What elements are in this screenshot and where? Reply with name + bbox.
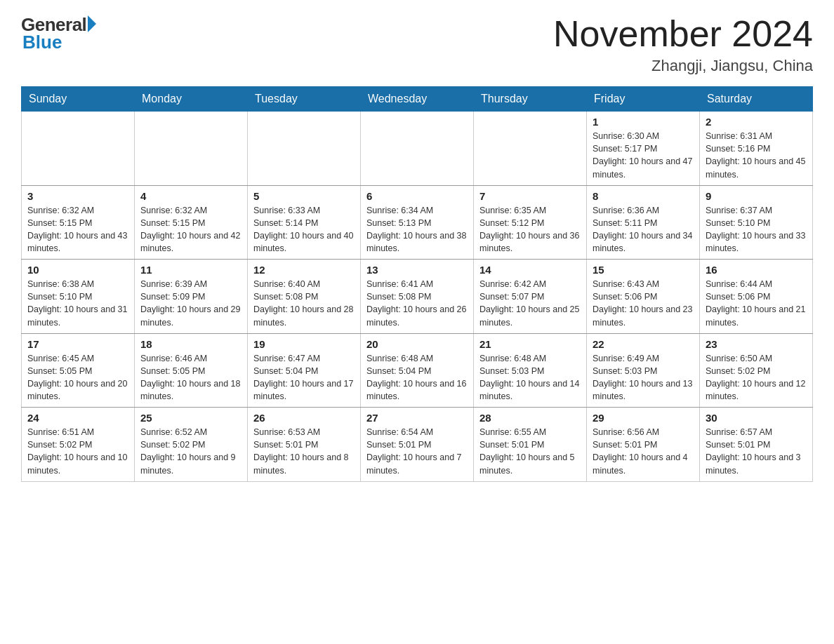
weekday-header-thursday: Thursday: [474, 87, 587, 112]
day-info: Sunrise: 6:40 AM Sunset: 5:08 PM Dayligh…: [253, 278, 355, 329]
weekday-header-row: SundayMondayTuesdayWednesdayThursdayFrid…: [22, 87, 813, 112]
calendar-cell: 3Sunrise: 6:32 AM Sunset: 5:15 PM Daylig…: [22, 185, 135, 260]
calendar-cell: 30Sunrise: 6:57 AM Sunset: 5:01 PM Dayli…: [700, 408, 813, 482]
day-number: 14: [479, 264, 581, 276]
weekday-header-sunday: Sunday: [22, 87, 135, 112]
calendar-cell: 28Sunrise: 6:55 AM Sunset: 5:01 PM Dayli…: [474, 408, 587, 482]
day-info: Sunrise: 6:54 AM Sunset: 5:01 PM Dayligh…: [366, 426, 468, 477]
calendar-cell: [22, 112, 135, 186]
title-area: November 2024 Zhangji, Jiangsu, China: [553, 14, 813, 75]
calendar-cell: 19Sunrise: 6:47 AM Sunset: 5:04 PM Dayli…: [248, 333, 361, 408]
day-number: 15: [593, 264, 694, 276]
calendar-cell: 18Sunrise: 6:46 AM Sunset: 5:05 PM Dayli…: [135, 333, 248, 408]
day-number: 10: [27, 264, 128, 276]
day-number: 11: [140, 264, 241, 276]
day-number: 21: [479, 338, 581, 350]
calendar-cell: 13Sunrise: 6:41 AM Sunset: 5:08 PM Dayli…: [361, 260, 474, 334]
calendar-cell: [474, 112, 587, 186]
calendar-cell: 8Sunrise: 6:36 AM Sunset: 5:11 PM Daylig…: [587, 185, 700, 260]
day-info: Sunrise: 6:46 AM Sunset: 5:05 PM Dayligh…: [140, 352, 241, 403]
day-number: 24: [27, 412, 128, 424]
weekday-header-wednesday: Wednesday: [361, 87, 474, 112]
day-info: Sunrise: 6:44 AM Sunset: 5:06 PM Dayligh…: [706, 278, 807, 329]
day-info: Sunrise: 6:56 AM Sunset: 5:01 PM Dayligh…: [593, 426, 694, 477]
calendar-cell: 1Sunrise: 6:30 AM Sunset: 5:17 PM Daylig…: [587, 112, 700, 186]
calendar-cell: 11Sunrise: 6:39 AM Sunset: 5:09 PM Dayli…: [135, 260, 248, 334]
day-number: 22: [593, 338, 694, 350]
page-header: General Blue November 2024 Zhangji, Jian…: [21, 14, 813, 75]
calendar-cell: 23Sunrise: 6:50 AM Sunset: 5:02 PM Dayli…: [700, 333, 813, 408]
day-info: Sunrise: 6:48 AM Sunset: 5:04 PM Dayligh…: [366, 352, 468, 403]
day-info: Sunrise: 6:45 AM Sunset: 5:05 PM Dayligh…: [27, 352, 128, 403]
day-info: Sunrise: 6:36 AM Sunset: 5:11 PM Dayligh…: [593, 204, 694, 255]
location-text: Zhangji, Jiangsu, China: [553, 57, 813, 75]
calendar-cell: 16Sunrise: 6:44 AM Sunset: 5:06 PM Dayli…: [700, 260, 813, 334]
calendar-cell: 26Sunrise: 6:53 AM Sunset: 5:01 PM Dayli…: [248, 408, 361, 482]
day-info: Sunrise: 6:33 AM Sunset: 5:14 PM Dayligh…: [253, 204, 355, 255]
day-number: 2: [706, 116, 807, 128]
day-number: 19: [253, 338, 355, 350]
day-info: Sunrise: 6:53 AM Sunset: 5:01 PM Dayligh…: [253, 426, 355, 477]
day-info: Sunrise: 6:42 AM Sunset: 5:07 PM Dayligh…: [479, 278, 581, 329]
calendar-week-2: 3Sunrise: 6:32 AM Sunset: 5:15 PM Daylig…: [22, 185, 813, 260]
logo-triangle-icon: [88, 15, 96, 32]
day-number: 6: [366, 190, 468, 202]
day-info: Sunrise: 6:41 AM Sunset: 5:08 PM Dayligh…: [366, 278, 468, 329]
day-info: Sunrise: 6:34 AM Sunset: 5:13 PM Dayligh…: [366, 204, 468, 255]
day-info: Sunrise: 6:31 AM Sunset: 5:16 PM Dayligh…: [706, 130, 807, 181]
calendar-cell: [135, 112, 248, 186]
logo: General Blue: [21, 14, 96, 53]
calendar-table: SundayMondayTuesdayWednesdayThursdayFrid…: [21, 86, 813, 482]
day-info: Sunrise: 6:32 AM Sunset: 5:15 PM Dayligh…: [140, 204, 241, 255]
calendar-cell: 10Sunrise: 6:38 AM Sunset: 5:10 PM Dayli…: [22, 260, 135, 334]
calendar-cell: 24Sunrise: 6:51 AM Sunset: 5:02 PM Dayli…: [22, 408, 135, 482]
calendar-cell: 12Sunrise: 6:40 AM Sunset: 5:08 PM Dayli…: [248, 260, 361, 334]
day-number: 18: [140, 338, 241, 350]
calendar-week-4: 17Sunrise: 6:45 AM Sunset: 5:05 PM Dayli…: [22, 333, 813, 408]
day-info: Sunrise: 6:47 AM Sunset: 5:04 PM Dayligh…: [253, 352, 355, 403]
day-number: 28: [479, 412, 581, 424]
day-number: 25: [140, 412, 241, 424]
day-number: 13: [366, 264, 468, 276]
calendar-cell: 7Sunrise: 6:35 AM Sunset: 5:12 PM Daylig…: [474, 185, 587, 260]
day-info: Sunrise: 6:49 AM Sunset: 5:03 PM Dayligh…: [593, 352, 694, 403]
calendar-cell: 29Sunrise: 6:56 AM Sunset: 5:01 PM Dayli…: [587, 408, 700, 482]
day-info: Sunrise: 6:48 AM Sunset: 5:03 PM Dayligh…: [479, 352, 581, 403]
day-number: 8: [593, 190, 694, 202]
calendar-cell: 17Sunrise: 6:45 AM Sunset: 5:05 PM Dayli…: [22, 333, 135, 408]
weekday-header-tuesday: Tuesday: [248, 87, 361, 112]
calendar-cell: 14Sunrise: 6:42 AM Sunset: 5:07 PM Dayli…: [474, 260, 587, 334]
day-info: Sunrise: 6:50 AM Sunset: 5:02 PM Dayligh…: [706, 352, 807, 403]
day-info: Sunrise: 6:37 AM Sunset: 5:10 PM Dayligh…: [706, 204, 807, 255]
calendar-cell: 6Sunrise: 6:34 AM Sunset: 5:13 PM Daylig…: [361, 185, 474, 260]
calendar-week-5: 24Sunrise: 6:51 AM Sunset: 5:02 PM Dayli…: [22, 408, 813, 482]
day-number: 29: [593, 412, 694, 424]
calendar-cell: 4Sunrise: 6:32 AM Sunset: 5:15 PM Daylig…: [135, 185, 248, 260]
calendar-cell: [361, 112, 474, 186]
day-info: Sunrise: 6:55 AM Sunset: 5:01 PM Dayligh…: [479, 426, 581, 477]
day-number: 9: [706, 190, 807, 202]
day-number: 30: [706, 412, 807, 424]
calendar-cell: 21Sunrise: 6:48 AM Sunset: 5:03 PM Dayli…: [474, 333, 587, 408]
day-info: Sunrise: 6:57 AM Sunset: 5:01 PM Dayligh…: [706, 426, 807, 477]
day-number: 27: [366, 412, 468, 424]
day-number: 26: [253, 412, 355, 424]
day-info: Sunrise: 6:30 AM Sunset: 5:17 PM Dayligh…: [593, 130, 694, 181]
day-number: 12: [253, 264, 355, 276]
day-info: Sunrise: 6:32 AM Sunset: 5:15 PM Dayligh…: [27, 204, 128, 255]
day-info: Sunrise: 6:43 AM Sunset: 5:06 PM Dayligh…: [593, 278, 694, 329]
day-number: 3: [27, 190, 128, 202]
day-number: 1: [593, 116, 694, 128]
day-number: 7: [479, 190, 581, 202]
day-number: 4: [140, 190, 241, 202]
day-info: Sunrise: 6:35 AM Sunset: 5:12 PM Dayligh…: [479, 204, 581, 255]
day-number: 16: [706, 264, 807, 276]
day-number: 5: [253, 190, 355, 202]
calendar-week-1: 1Sunrise: 6:30 AM Sunset: 5:17 PM Daylig…: [22, 112, 813, 186]
logo-blue-text: Blue: [22, 32, 62, 53]
weekday-header-monday: Monday: [135, 87, 248, 112]
day-info: Sunrise: 6:52 AM Sunset: 5:02 PM Dayligh…: [140, 426, 241, 477]
day-info: Sunrise: 6:39 AM Sunset: 5:09 PM Dayligh…: [140, 278, 241, 329]
calendar-cell: 27Sunrise: 6:54 AM Sunset: 5:01 PM Dayli…: [361, 408, 474, 482]
calendar-cell: 20Sunrise: 6:48 AM Sunset: 5:04 PM Dayli…: [361, 333, 474, 408]
